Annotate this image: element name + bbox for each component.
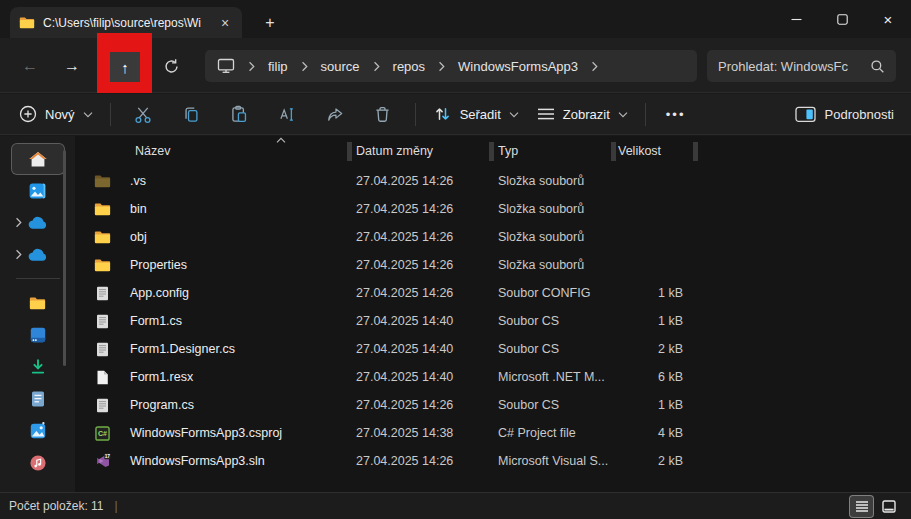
column-header-type[interactable]: Typ: [493, 144, 607, 158]
sort-button[interactable]: Seřadit: [424, 105, 528, 123]
file-doc-icon: [96, 314, 109, 329]
close-button[interactable]: ×: [865, 0, 911, 38]
new-button[interactable]: Nový: [10, 105, 102, 123]
file-list: Název Datum změny Typ Velikost .vs 27.04…: [75, 136, 911, 492]
breadcrumb-item[interactable]: source: [288, 59, 360, 74]
paste-button[interactable]: [215, 99, 263, 129]
column-divider[interactable]: [489, 142, 494, 161]
search-input[interactable]: Prohledat: WindowsFc: [718, 59, 870, 74]
table-row[interactable]: bin 27.04.2025 14:26 Složka souborů: [75, 195, 911, 223]
file-name[interactable]: bin: [130, 202, 351, 216]
table-row[interactable]: Program.cs 27.04.2025 14:26 Soubor CS 1 …: [75, 391, 911, 419]
file-date-modified: 27.04.2025 14:40: [351, 370, 493, 384]
view-button[interactable]: Zobrazit: [528, 107, 637, 122]
share-button[interactable]: [311, 99, 359, 129]
file-name[interactable]: obj: [130, 230, 351, 244]
column-header-name[interactable]: Název: [130, 144, 351, 158]
sidebar-item-home[interactable]: [12, 144, 64, 174]
file-date-modified: 27.04.2025 14:26: [351, 398, 493, 412]
more-options-button[interactable]: •••: [654, 107, 698, 122]
sidebar-item-downloads[interactable]: [12, 352, 64, 382]
rename-button[interactable]: [263, 99, 311, 129]
file-name[interactable]: Form1.resx: [130, 370, 351, 384]
file-name[interactable]: WindowsFormsApp3.csproj: [130, 426, 351, 440]
documents-icon: [30, 390, 46, 408]
file-type: Soubor CONFIG: [493, 286, 607, 300]
table-row[interactable]: C# WindowsFormsApp3.csproj 27.04.2025 14…: [75, 419, 911, 447]
file-date-modified: 27.04.2025 14:38: [351, 426, 493, 440]
sidebar-item-pictures[interactable]: [12, 416, 64, 446]
details-view-icon: [855, 500, 869, 512]
folder-icon: [94, 258, 111, 272]
table-row[interactable]: Form1.Designer.cs 27.04.2025 14:40 Soubo…: [75, 335, 911, 363]
file-size: 2 kB: [607, 342, 687, 356]
home-icon: [28, 150, 48, 168]
toolbar-divider: [110, 103, 111, 126]
table-row[interactable]: .vs 27.04.2025 14:26 Složka souborů: [75, 167, 911, 195]
file-name[interactable]: Form1.Designer.cs: [130, 342, 351, 356]
column-divider[interactable]: [611, 142, 616, 161]
chevron-right-icon: [301, 61, 308, 72]
file-type: Složka souborů: [493, 174, 607, 188]
new-tab-button[interactable]: +: [258, 12, 282, 34]
breadcrumb-item[interactable]: WindowsFormsApp3: [425, 59, 578, 74]
chevron-right-icon[interactable]: [15, 217, 22, 228]
file-name[interactable]: Properties: [130, 258, 351, 272]
column-divider[interactable]: [347, 142, 352, 161]
minimize-button[interactable]: [773, 0, 819, 38]
file-name[interactable]: Program.cs: [130, 398, 351, 412]
file-name[interactable]: WindowsFormsApp3.sln: [130, 454, 351, 468]
search-box[interactable]: Prohledat: WindowsFc: [707, 50, 896, 82]
copy-button[interactable]: [167, 99, 215, 129]
file-size: 1 kB: [607, 398, 687, 412]
file-date-modified: 27.04.2025 14:26: [351, 202, 493, 216]
gallery-icon: [28, 182, 47, 200]
file-name[interactable]: App.config: [130, 286, 351, 300]
file-size: 2 kB: [607, 454, 687, 468]
table-row[interactable]: 17 WindowsFormsApp3.sln 27.04.2025 14:26…: [75, 447, 911, 475]
this-pc-icon[interactable]: [217, 58, 235, 74]
file-doc-icon: [96, 342, 109, 357]
column-header-date[interactable]: Datum změny: [351, 144, 493, 158]
table-row[interactable]: App.config 27.04.2025 14:26 Soubor CONFI…: [75, 279, 911, 307]
up-button[interactable]: ↑: [110, 52, 140, 82]
breadcrumb-item[interactable]: repos: [360, 59, 426, 74]
table-row[interactable]: Properties 27.04.2025 14:26 Složka soubo…: [75, 251, 911, 279]
sidebar-item-documents[interactable]: [12, 384, 64, 414]
icons-view-button[interactable]: [877, 496, 900, 517]
breadcrumb[interactable]: filip source repos WindowsFormsApp3: [205, 50, 697, 82]
toolbar-divider: [645, 103, 646, 126]
sidebar-item-onedrive[interactable]: [12, 208, 64, 238]
column-divider[interactable]: [693, 142, 698, 161]
details-view-button[interactable]: [850, 496, 873, 517]
sidebar-item-gallery[interactable]: [12, 176, 64, 206]
back-button[interactable]: ←: [16, 52, 44, 80]
delete-button[interactable]: [359, 99, 407, 129]
breadcrumb-item[interactable]: filip: [235, 59, 288, 74]
cut-button[interactable]: [119, 99, 167, 129]
sidebar-scrollbar[interactable]: [63, 150, 66, 366]
downloads-icon: [29, 358, 47, 376]
table-row[interactable]: obj 27.04.2025 14:26 Složka souborů: [75, 223, 911, 251]
sidebar-item-desktop[interactable]: [12, 320, 64, 350]
chevron-right-icon[interactable]: [15, 249, 22, 260]
refresh-button[interactable]: [157, 52, 185, 80]
file-name[interactable]: .vs: [130, 174, 351, 188]
file-name[interactable]: Form1.cs: [130, 314, 351, 328]
sidebar-item-folder[interactable]: [12, 288, 64, 318]
chevron-right-icon[interactable]: [591, 61, 598, 72]
table-row[interactable]: Form1.cs 27.04.2025 14:40 Soubor CS 1 kB: [75, 307, 911, 335]
search-icon[interactable]: [870, 59, 885, 74]
table-row[interactable]: Form1.resx 27.04.2025 14:40 Microsoft .N…: [75, 363, 911, 391]
file-date-modified: 27.04.2025 14:26: [351, 258, 493, 272]
tab-close-icon[interactable]: ×: [217, 15, 233, 31]
view-toggles: [850, 496, 900, 517]
sidebar-separator[interactable]: [16, 265, 60, 279]
maximize-button[interactable]: [819, 0, 865, 38]
forward-button[interactable]: →: [58, 52, 86, 80]
file-size: 6 kB: [607, 370, 687, 384]
column-header-size[interactable]: Velikost: [607, 144, 687, 158]
navigation-pane: [0, 136, 75, 492]
sidebar-item-music[interactable]: [12, 448, 64, 478]
details-pane-button[interactable]: Podrobnosti: [795, 106, 901, 123]
